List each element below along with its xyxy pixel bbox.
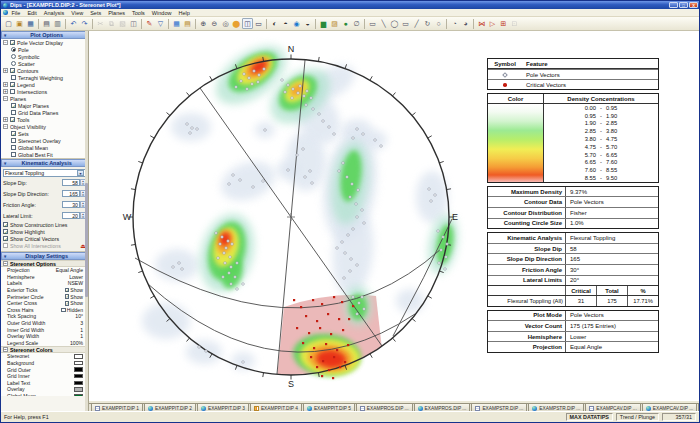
- symbol-tool-icon[interactable]: ●: [340, 18, 351, 29]
- menu-item-edit[interactable]: Edit: [24, 10, 39, 16]
- workbook-icon[interactable]: ▤: [182, 18, 193, 29]
- close-button[interactable]: X: [689, 2, 698, 8]
- tree-item-pole-vector-display[interactable]: −✓Pole Vector Display: [1, 39, 88, 46]
- group-header-stereonet-options[interactable]: −Stereonet Options: [1, 260, 85, 267]
- highlight-tool-icon[interactable]: ⬤: [231, 18, 242, 29]
- color-swatch[interactable]: [74, 394, 83, 396]
- expand-icon[interactable]: −: [3, 40, 8, 45]
- tree-item-intersections[interactable]: +Intersections: [1, 88, 88, 95]
- split-columns-icon[interactable]: ◫: [128, 18, 139, 29]
- setting-row-exterior-ticks[interactable]: Exterior Ticks✓Show: [1, 287, 85, 294]
- checkbox[interactable]: ✓: [65, 294, 70, 299]
- checkbox[interactable]: ✓: [11, 103, 16, 108]
- kinematic-check-1[interactable]: ✓Show Highlight: [3, 228, 86, 235]
- checkbox[interactable]: ✓: [3, 229, 8, 234]
- field-input[interactable]: 58: [62, 179, 80, 186]
- redo-icon[interactable]: ↷: [79, 18, 90, 29]
- tree-item-legend[interactable]: +✓Legend: [1, 81, 88, 88]
- zoom-out-icon[interactable]: ⊖: [209, 18, 220, 29]
- open-file-icon[interactable]: ▣: [14, 18, 25, 29]
- line-tool-icon[interactable]: ╲: [378, 18, 389, 29]
- small-circle-tool-icon[interactable]: ◔: [449, 18, 460, 29]
- field-input[interactable]: 165: [62, 190, 80, 197]
- radio-button[interactable]: [11, 47, 16, 52]
- setting-row-stereonet[interactable]: Stereonet: [1, 353, 85, 360]
- collapse-icon[interactable]: −: [3, 347, 8, 352]
- save-file-icon[interactable]: ▦: [25, 18, 36, 29]
- setting-row-hemisphere[interactable]: HemisphereLower: [1, 274, 85, 281]
- checkbox[interactable]: ✓: [3, 222, 8, 227]
- expand-icon[interactable]: −: [3, 124, 8, 129]
- checkbox[interactable]: [61, 308, 66, 313]
- restore-button[interactable]: □: [679, 2, 688, 8]
- radio-button[interactable]: [11, 54, 16, 59]
- setting-row-grid-outer[interactable]: Grid Outer: [1, 366, 85, 373]
- setting-row-overlay-width[interactable]: Overlay Width1: [1, 333, 85, 340]
- tree-item-scatter[interactable]: Scatter: [1, 60, 88, 67]
- checkbox[interactable]: ✓: [10, 82, 15, 87]
- rotate-tool-icon[interactable]: ↻: [422, 18, 433, 29]
- contour-grid-icon[interactable]: ▦: [171, 18, 182, 29]
- radio-button[interactable]: [11, 61, 16, 66]
- color-swatch[interactable]: [74, 361, 83, 366]
- color-swatch[interactable]: [74, 374, 83, 379]
- checkbox[interactable]: ✓: [10, 117, 15, 122]
- expand-icon[interactable]: +: [3, 117, 8, 122]
- print-icon[interactable]: ▤: [41, 18, 52, 29]
- expand-icon[interactable]: +: [3, 89, 8, 94]
- setting-row-cross-hairs[interactable]: Cross HairsHidden: [1, 307, 85, 314]
- tree-item-object-visibility[interactable]: −Object Visibility: [1, 123, 88, 130]
- setting-row-projection[interactable]: ProjectionEqual Angle: [1, 267, 85, 274]
- ellipse-tool-icon[interactable]: ◯: [389, 18, 400, 29]
- setting-row-overlay[interactable]: Overlay: [1, 386, 85, 393]
- setting-row-labels[interactable]: LabelsNSEW: [1, 280, 85, 287]
- plot-area[interactable]: NESW Symbol Feature Pole Vectors Critica…: [89, 31, 699, 401]
- menu-item-sets[interactable]: Sets: [87, 10, 104, 16]
- pole-plot-view-icon[interactable]: ◐: [269, 18, 280, 29]
- color-swatch[interactable]: [74, 387, 83, 392]
- menu-item-window[interactable]: Window: [149, 10, 175, 16]
- setting-row-perimeter-circle[interactable]: Perimeter Circle✓Show: [1, 293, 85, 300]
- tree-item-global-best-fit[interactable]: Global Best Fit: [1, 151, 88, 158]
- tree-item-major-planes[interactable]: ✓Major Planes: [1, 102, 88, 109]
- checkbox[interactable]: ✓: [11, 131, 16, 136]
- tree-item-sets[interactable]: ✓Sets: [1, 130, 88, 137]
- menu-item-view[interactable]: View: [68, 10, 86, 16]
- setting-row-tick-spacing[interactable]: Tick Spacing10°: [1, 313, 85, 320]
- new-file-icon[interactable]: ▢: [3, 18, 14, 29]
- zoom-extents-icon[interactable]: ◎: [220, 18, 231, 29]
- set-freehand-tool-icon[interactable]: ▷: [487, 18, 498, 29]
- color-swatch[interactable]: [74, 381, 83, 386]
- setting-row-center-cross[interactable]: Center Cross✓Show: [1, 300, 85, 307]
- group-header-stereonet-colors[interactable]: −Stereonet Colors: [1, 346, 85, 353]
- edit-sets-icon[interactable]: ⊞: [498, 18, 509, 29]
- setting-row-outer-grid-width[interactable]: Outer Grid Width3: [1, 320, 85, 327]
- cone-tool-icon[interactable]: ◕: [460, 18, 471, 29]
- setting-row-grid-inner[interactable]: Grid Inner: [1, 373, 85, 380]
- tree-item-contours[interactable]: +✓Contours: [1, 67, 88, 74]
- display-settings-header[interactable]: ▾ Display Settings: [1, 252, 88, 260]
- tree-item-pole[interactable]: Pole: [1, 46, 88, 53]
- circle-tool-icon[interactable]: ○: [433, 18, 444, 29]
- filter-data-icon[interactable]: ▽: [155, 18, 166, 29]
- checkbox[interactable]: [11, 110, 16, 115]
- tree-item-planes[interactable]: −Planes: [1, 95, 88, 102]
- undo-icon[interactable]: ↶: [68, 18, 79, 29]
- stereonet-window-icon[interactable]: ◫: [242, 18, 253, 29]
- color-swatch[interactable]: [74, 367, 83, 372]
- plane-window-icon[interactable]: ▭: [253, 18, 264, 29]
- kinematic-check-0[interactable]: ✓Show Construction Lines: [3, 221, 86, 228]
- tree-item-terzaghi-weighting[interactable]: Terzaghi Weighting: [1, 74, 88, 81]
- tree-item-tools[interactable]: +✓Tools: [1, 116, 88, 123]
- expand-icon[interactable]: −: [3, 96, 8, 101]
- setting-row-inner-grid-width[interactable]: Inner Grid Width1: [1, 326, 85, 333]
- overlay-image-icon[interactable]: ▨: [329, 18, 340, 29]
- checkbox[interactable]: [11, 145, 16, 150]
- chevron-down-icon[interactable]: ▾: [77, 170, 84, 176]
- checkbox[interactable]: [11, 75, 16, 80]
- collapse-icon[interactable]: −: [3, 261, 8, 266]
- title-bar[interactable]: Dips - [EXAMPFLD.DIP:2 - Stereonet Plot*…: [1, 1, 699, 9]
- color-swatch[interactable]: [74, 354, 83, 359]
- menu-item-help[interactable]: Help: [175, 10, 192, 16]
- kinematic-check-2[interactable]: ✓Show Critical Vectors: [3, 235, 86, 242]
